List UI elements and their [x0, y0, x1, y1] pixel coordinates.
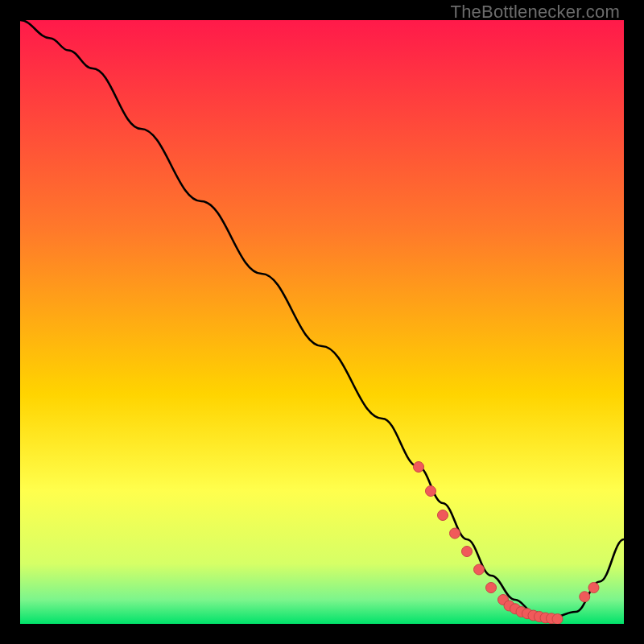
data-point-marker: [486, 583, 497, 593]
data-point-marker: [580, 592, 590, 602]
data-point-marker: [462, 547, 473, 557]
data-point-marker: [588, 583, 599, 593]
gradient-background: [20, 20, 624, 624]
chart-frame: [20, 20, 624, 624]
data-point-marker: [426, 486, 436, 497]
data-point-marker: [450, 528, 460, 539]
data-point-marker: [438, 510, 448, 521]
data-point-marker: [474, 564, 485, 575]
data-point-marker: [414, 462, 424, 473]
bottleneck-chart: [20, 20, 624, 624]
data-point-marker: [552, 614, 563, 625]
